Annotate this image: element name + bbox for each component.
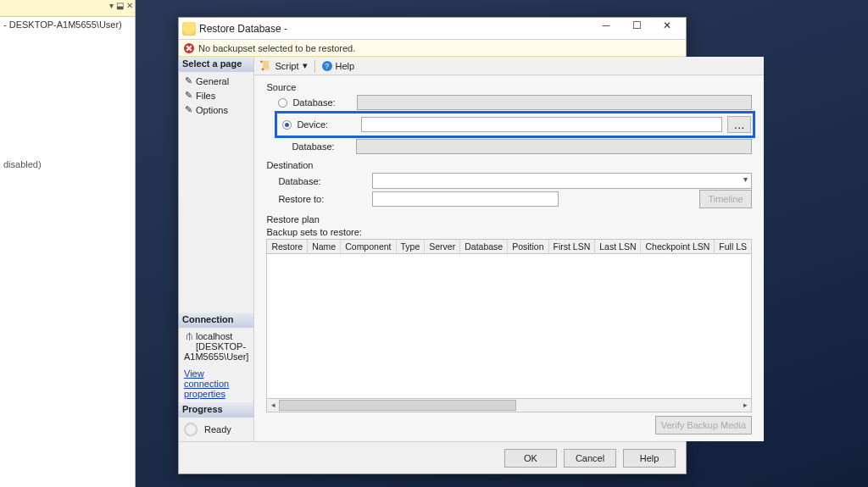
progress-spinner-icon <box>184 423 198 436</box>
scroll-thumb[interactable] <box>279 400 516 411</box>
device-row-highlight: Device: … <box>275 111 755 138</box>
col-checkpoint-lsn[interactable]: Checkpoint LSN <box>641 240 715 253</box>
page-icon: ✎ <box>183 104 193 115</box>
help-button[interactable]: Help <box>623 449 676 468</box>
source-title: Source <box>266 82 752 92</box>
destination-title: Destination <box>266 160 752 170</box>
source-database-radio[interactable] <box>278 98 287 108</box>
script-toolbar: 📜 Script ▾ ? Help <box>254 57 764 75</box>
maximize-button[interactable]: ☐ <box>621 19 652 38</box>
bg-crumb: - DESKTOP-A1M5655\User) <box>0 17 135 32</box>
source-device-input[interactable] <box>361 117 722 132</box>
source-device-radio[interactable] <box>282 120 292 130</box>
help-button[interactable]: Help <box>336 61 355 71</box>
source-inner-db-label: Database: <box>292 141 351 152</box>
backup-table-body <box>266 254 752 399</box>
server-icon: ⫛ <box>184 331 194 341</box>
user-name: [DESKTOP-A1M5655\User] <box>184 341 248 362</box>
page-label: Files <box>196 91 215 101</box>
progress-header: Progress <box>179 402 253 418</box>
destination-group: Destination Database: Restore to: Timeli… <box>266 160 752 209</box>
page-general[interactable]: ✎General <box>182 74 250 88</box>
connection-info: ⫛localhost [DESKTOP-A1M5655\User] <box>179 328 253 365</box>
close-button[interactable]: ✕ <box>652 19 682 38</box>
col-full-ls[interactable]: Full LS <box>715 240 751 253</box>
col-first-lsn[interactable]: First LSN <box>549 240 596 253</box>
app-icon <box>182 22 196 36</box>
page-options[interactable]: ✎Options <box>182 102 250 117</box>
error-icon <box>184 43 194 53</box>
dest-database-label: Database: <box>278 176 367 186</box>
connection-header: Connection <box>179 313 253 328</box>
restore-database-dialog: Restore Database - ─ ☐ ✕ No backupset se… <box>178 17 687 474</box>
warning-bar: No backupset selected to be restored. <box>179 40 686 57</box>
page-icon: ✎ <box>183 90 193 101</box>
backup-table-header: Restore Name Component Type Server Datab… <box>266 239 752 254</box>
timeline-button: Timeline <box>699 190 752 208</box>
progress-body: Ready <box>179 418 253 441</box>
dest-database-combo[interactable] <box>372 173 752 189</box>
source-device-label: Device: <box>297 119 356 130</box>
col-component[interactable]: Component <box>341 240 396 253</box>
script-icon: 📜 <box>259 60 271 71</box>
main-panel: 📜 Script ▾ ? Help Source Database: <box>253 57 764 441</box>
background-panel: ▾ ⬓ ✕ - DESKTOP-A1M5655\User) disabled) <box>0 0 136 487</box>
page-icon: ✎ <box>183 75 193 86</box>
toolbar-separator <box>314 60 315 72</box>
source-database-combo <box>357 95 752 110</box>
horizontal-scrollbar[interactable]: ◂ ▸ <box>266 399 752 412</box>
progress-text: Ready <box>204 424 231 434</box>
restore-plan-group: Restore plan Backup sets to restore: Res… <box>266 214 752 440</box>
source-inner-db-combo <box>356 139 752 154</box>
ok-button[interactable]: OK <box>504 449 557 468</box>
col-type[interactable]: Type <box>397 240 426 253</box>
minimize-button[interactable]: ─ <box>591 19 621 38</box>
titlebar[interactable]: Restore Database - ─ ☐ ✕ <box>179 18 686 40</box>
col-position[interactable]: Position <box>508 240 548 253</box>
restore-plan-title: Restore plan <box>266 214 752 224</box>
script-dropdown-icon[interactable]: ▾ <box>303 60 308 71</box>
restore-to-label: Restore to: <box>278 194 367 204</box>
sidebar: Select a page ✎General ✎Files ✎Options C… <box>179 57 253 441</box>
col-restore[interactable]: Restore <box>267 240 308 253</box>
restore-to-input[interactable] <box>372 191 559 207</box>
browse-device-button[interactable]: … <box>727 116 751 133</box>
page-label: Options <box>196 105 228 115</box>
window-title: Restore Database - <box>199 23 591 35</box>
cancel-button[interactable]: Cancel <box>564 449 616 468</box>
page-label: General <box>196 76 229 86</box>
scroll-left-icon[interactable]: ◂ <box>267 399 279 412</box>
col-name[interactable]: Name <box>308 240 341 253</box>
col-last-lsn[interactable]: Last LSN <box>595 240 641 253</box>
script-button[interactable]: Script <box>275 61 298 71</box>
dialog-footer: OK Cancel Help <box>179 441 686 473</box>
warning-text: No backupset selected to be restored. <box>198 43 355 53</box>
scroll-right-icon[interactable]: ▸ <box>739 399 751 412</box>
bg-disabled-text: disabled) <box>0 159 135 169</box>
restore-plan-subtitle: Backup sets to restore: <box>266 227 752 237</box>
view-connection-properties-link[interactable]: View connection properties <box>179 365 253 402</box>
verify-backup-media-button: Verify Backup Media <box>655 416 752 434</box>
select-page-header: Select a page <box>179 57 253 72</box>
help-icon: ? <box>322 61 332 71</box>
col-server[interactable]: Server <box>425 240 460 253</box>
source-group: Source Database: Device: … <box>266 82 752 155</box>
bg-toolbar-buttons[interactable]: ▾ ⬓ ✕ <box>109 1 133 10</box>
bg-toolbar: ▾ ⬓ ✕ <box>0 0 135 17</box>
col-database[interactable]: Database <box>460 240 508 253</box>
source-database-label: Database: <box>292 97 352 108</box>
page-files[interactable]: ✎Files <box>182 88 250 102</box>
server-name: localhost <box>196 331 232 341</box>
